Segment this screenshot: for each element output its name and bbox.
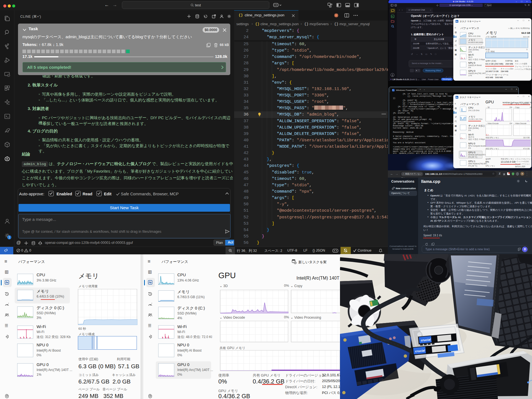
svg-text:×: × bbox=[8, 75, 9, 76]
